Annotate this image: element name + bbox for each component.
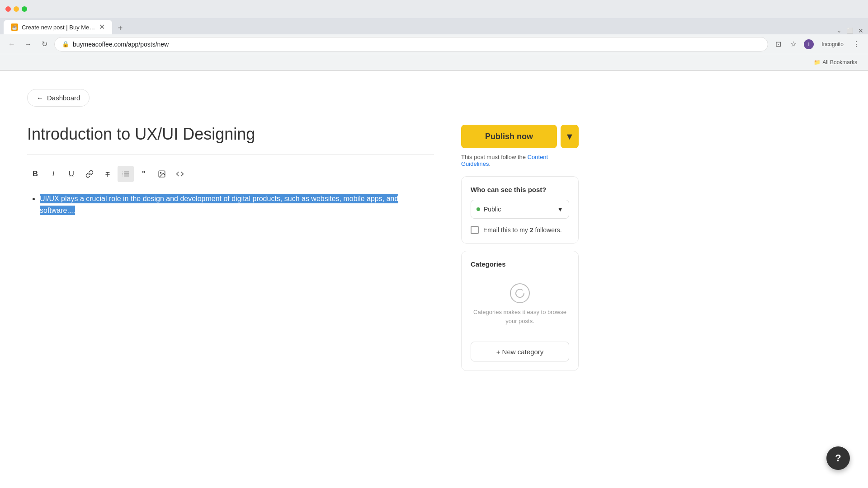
browser-profile-icon[interactable]: I [802,38,815,51]
window-close-btn[interactable] [5,6,11,12]
visibility-selected-value: Public [484,206,501,213]
editor-content[interactable]: UI/UX plays a crucial role in the design… [27,193,434,374]
categories-empty-text: Categories makes it easy to browse your … [471,308,569,325]
email-label: Email this to my 2 followers. [483,226,562,234]
browser-toolbar: ← → ↻ 🔒 buymeacoffee.com/app/posts/new ⊡… [0,34,868,54]
link-btn[interactable] [81,166,98,182]
email-checkbox[interactable] [471,226,479,234]
editor-area: Introduction to UX/UI Designing B I U T [27,125,434,374]
categories-empty-state: Categories makes it easy to browse your … [471,274,569,334]
underline-btn[interactable]: U [63,166,80,182]
reload-btn[interactable]: ↻ [38,38,51,51]
tab-close-btn[interactable]: ✕ [99,23,105,31]
followers-count: 2 [530,226,533,234]
image-btn[interactable] [154,166,170,182]
editor-list-item[interactable]: UI/UX plays a crucial role in the design… [40,193,434,216]
guidelines-prefix: This post must follow the [461,154,528,160]
tab-minimize-icon[interactable]: ⌄ [835,27,843,34]
cast-icon[interactable]: ⊡ [772,38,784,51]
publish-btn-label: Publish now [485,132,533,141]
bookmark-star-icon[interactable]: ☆ [787,38,800,51]
bookmarks-bar: 📁 All Bookmarks [0,54,868,70]
code-btn[interactable] [172,166,188,182]
publish-row: Publish now ▼ [461,125,579,148]
window-minimize-btn[interactable] [14,6,19,12]
editor-divider [27,155,434,155]
new-tab-btn[interactable]: + [114,22,127,34]
new-category-label: + New category [496,348,544,356]
italic-btn[interactable]: I [45,166,61,182]
content-guidelines-text: This post must follow the Content Guidel… [461,154,579,167]
publish-dropdown-btn[interactable]: ▼ [561,125,579,148]
bold-btn[interactable]: B [27,166,43,182]
tab-restore-icon[interactable]: ⬜ [846,27,854,34]
forward-nav-btn[interactable]: → [22,38,34,51]
visibility-card-title: Who can see this post? [471,186,569,193]
back-arrow-icon: ← [37,94,43,102]
email-checkbox-row: Email this to my 2 followers. [471,226,569,234]
help-icon: ? [835,452,841,464]
all-bookmarks-label: All Bookmarks [822,59,857,66]
chevron-down-icon: ▼ [565,131,574,142]
window-maximize-btn[interactable] [22,6,27,12]
categories-spinner-icon [510,283,530,303]
email-label-prefix: Email this to my [483,226,530,234]
back-to-dashboard-btn[interactable]: ← Dashboard [27,89,90,107]
guidelines-suffix: . [489,160,491,167]
bookmarks-icon: 📁 [814,59,821,66]
main-layout: Introduction to UX/UI Designing B I U T [27,125,660,374]
help-btn[interactable]: ? [826,446,850,470]
tab-bar: ☕ Create new post | Buy Me a Coff ✕ + ⌄ … [0,18,868,34]
page-content: ← Dashboard Introduction to UX/UI Design… [0,71,868,392]
all-bookmarks-btn[interactable]: 📁 All Bookmarks [810,57,861,67]
back-btn-label: Dashboard [47,94,80,102]
publish-now-btn[interactable]: Publish now [461,125,557,148]
email-label-suffix: followers. [533,226,562,234]
active-tab[interactable]: ☕ Create new post | Buy Me a Coff ✕ [4,20,112,34]
post-title[interactable]: Introduction to UX/UI Designing [27,125,434,144]
address-bar[interactable]: 🔒 buymeacoffee.com/app/posts/new [54,37,768,52]
browser-titlebar [0,0,868,18]
incognito-text: Incognito [821,41,844,47]
svg-point-7 [160,172,161,173]
new-category-btn[interactable]: + New category [471,342,569,361]
visibility-select-inner: Public [476,206,501,213]
visibility-select[interactable]: Public ▼ [471,200,569,219]
lock-icon: 🔒 [62,41,69,47]
categories-section: Categories Categories makes it easy to b… [461,251,579,371]
categories-title: Categories [471,260,569,268]
browser-chrome: ☕ Create new post | Buy Me a Coff ✕ + ⌄ … [0,0,868,71]
visibility-chevron-icon: ▼ [557,206,563,213]
tab-title: Create new post | Buy Me a Coff [22,24,95,31]
right-sidebar: Publish now ▼ This post must follow the … [461,125,579,374]
tab-favicon: ☕ [11,23,18,31]
url-display: buymeacoffee.com/app/posts/new [73,41,169,48]
highlighted-content: UI/UX plays a crucial role in the design… [40,194,398,215]
back-nav-btn[interactable]: ← [5,38,18,51]
quote-btn[interactable]: " [136,166,152,182]
strikethrough-btn[interactable]: T [99,166,116,182]
toolbar-actions: ⊡ ☆ I Incognito ⋮ [772,38,863,51]
extensions-icon[interactable]: ⋮ [850,38,863,51]
formatting-toolbar: B I U T [27,162,434,186]
incognito-label[interactable]: Incognito [818,39,847,49]
tab-close-icon[interactable]: ✕ [857,27,864,34]
public-dot-icon [476,207,480,211]
list-btn[interactable] [118,166,134,182]
visibility-card: Who can see this post? Public ▼ Email th… [461,176,579,244]
